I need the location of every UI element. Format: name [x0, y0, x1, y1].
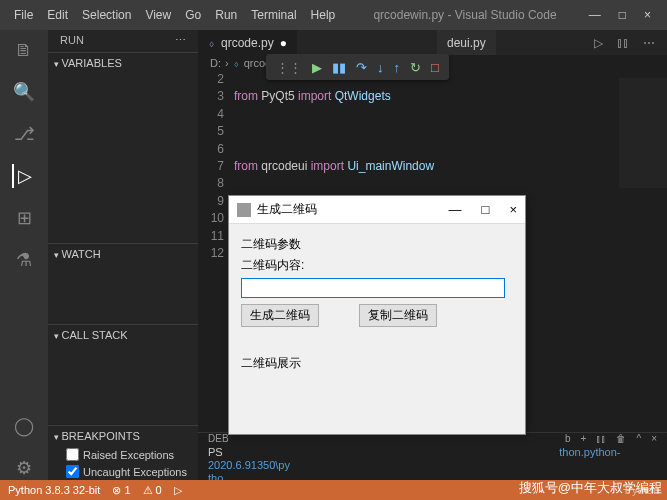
qrcode-content-input[interactable] — [241, 278, 505, 298]
section-breakpoints[interactable]: BREAKPOINTS — [48, 425, 198, 446]
dialog-titlebar[interactable]: 生成二维码 — □ × — [229, 196, 525, 224]
extensions-icon[interactable]: ⊞ — [12, 206, 36, 230]
section-watch[interactable]: WATCH — [48, 243, 198, 264]
section-callstack[interactable]: CALL STACK — [48, 324, 198, 345]
qrcode-display-label: 二维码展示 — [241, 355, 513, 372]
maximize-button[interactable]: □ — [619, 8, 626, 22]
copy-qrcode-button[interactable]: 复制二维码 — [359, 304, 437, 327]
window-title: qrcodewin.py - Visual Studio Code — [341, 8, 588, 22]
split-editor-icon[interactable]: ⫿⫿ — [617, 36, 629, 50]
menu-view[interactable]: View — [139, 4, 177, 26]
debug-toolbar: ⋮⋮ ▶ ▮▮ ↷ ↓ ↑ ↻ □ — [266, 54, 449, 80]
account-icon[interactable]: ◯ — [12, 414, 36, 438]
dialog-maximize-button[interactable]: □ — [482, 202, 490, 217]
status-run-icon[interactable]: ▷ — [174, 484, 182, 497]
debug-stepover-icon[interactable]: ↷ — [356, 60, 367, 75]
tab-deui[interactable]: deui.py — [437, 30, 496, 55]
debug-stepin-icon[interactable]: ↓ — [377, 60, 384, 75]
debug-stop-icon[interactable]: □ — [431, 60, 439, 75]
section-variables[interactable]: VARIABLES — [48, 52, 198, 73]
menu-selection[interactable]: Selection — [76, 4, 137, 26]
run-icon[interactable]: ▷ — [594, 36, 603, 50]
menubar: File Edit Selection View Go Run Terminal… — [8, 4, 341, 26]
status-python[interactable]: Python 3.8.3 32-bit — [8, 484, 100, 496]
raised-exceptions-checkbox[interactable] — [66, 448, 79, 461]
tab-qrcode[interactable]: ⬨qrcode.py● — [198, 30, 297, 55]
raised-exceptions-label: Raised Exceptions — [83, 449, 174, 461]
sidebar-title: RUN — [60, 34, 84, 48]
panel-tab-debug[interactable]: DEB — [208, 433, 229, 444]
terminal-split-icon[interactable]: ⫿⫿ — [596, 433, 606, 444]
uncaught-exceptions-checkbox[interactable] — [66, 465, 79, 478]
dialog-title: 生成二维码 — [257, 201, 317, 218]
minimize-button[interactable]: — — [589, 8, 601, 22]
explorer-icon[interactable]: 🗎 — [12, 38, 36, 62]
menu-help[interactable]: Help — [305, 4, 342, 26]
terminal-maximize-icon[interactable]: ^ — [636, 433, 641, 444]
terminal-new-icon[interactable]: + — [581, 433, 587, 444]
qrcode-params-label: 二维码参数 — [241, 236, 513, 253]
sidebar: RUN⋯ VARIABLES WATCH CALL STACK BREAKPOI… — [48, 30, 198, 480]
debug-stepout-icon[interactable]: ↑ — [394, 60, 401, 75]
menu-terminal[interactable]: Terminal — [245, 4, 302, 26]
status-warnings[interactable]: ⚠ 0 — [143, 484, 162, 497]
qrcode-content-label: 二维码内容: — [241, 257, 513, 274]
watermark: 搜狐号@中年大叔学编程 — [519, 479, 662, 497]
close-button[interactable]: × — [644, 8, 651, 22]
dialog-minimize-button[interactable]: — — [449, 202, 462, 217]
editor-more-icon[interactable]: ⋯ — [643, 36, 655, 50]
terminal-trash-icon[interactable]: 🗑 — [616, 433, 626, 444]
editor-tabbar: ⬨qrcode.py● deui.py ▷ ⫿⫿ ⋯ — [198, 30, 667, 55]
sidebar-more-icon[interactable]: ⋯ — [175, 34, 186, 48]
dialog-close-button[interactable]: × — [509, 202, 517, 217]
titlebar: File Edit Selection View Go Run Terminal… — [0, 0, 667, 30]
menu-go[interactable]: Go — [179, 4, 207, 26]
debug-continue-icon[interactable]: ▶ — [312, 60, 322, 75]
terminal-panel: DEB b + ⫿⫿ 🗑 ^ × PS thon.python-2020.6.9… — [198, 432, 667, 480]
terminal-shell-icon[interactable]: b — [565, 433, 571, 444]
menu-edit[interactable]: Edit — [41, 4, 74, 26]
settings-icon[interactable]: ⚙ — [12, 456, 36, 480]
activity-bar: 🗎 🔍 ⎇ ▷ ⊞ ⚗ ◯ ⚙ — [0, 30, 48, 480]
debug-pause-icon[interactable]: ▮▮ — [332, 60, 346, 75]
source-control-icon[interactable]: ⎇ — [12, 122, 36, 146]
menu-file[interactable]: File — [8, 4, 39, 26]
menu-run[interactable]: Run — [209, 4, 243, 26]
minimap[interactable] — [619, 78, 667, 188]
debug-restart-icon[interactable]: ↻ — [410, 60, 421, 75]
debug-icon[interactable]: ▷ — [12, 164, 36, 188]
dialog-app-icon — [237, 203, 251, 217]
test-icon[interactable]: ⚗ — [12, 248, 36, 272]
generate-qrcode-button[interactable]: 生成二维码 — [241, 304, 319, 327]
search-icon[interactable]: 🔍 — [12, 80, 36, 104]
qrcode-dialog: 生成二维码 — □ × 二维码参数 二维码内容: 生成二维码 复制二维码 二维码… — [228, 195, 526, 435]
terminal-close-icon[interactable]: × — [651, 433, 657, 444]
debug-grip-icon[interactable]: ⋮⋮ — [276, 60, 302, 75]
status-errors[interactable]: ⊗ 1 — [112, 484, 130, 497]
window-controls: — □ × — [589, 8, 659, 22]
uncaught-exceptions-label: Uncaught Exceptions — [83, 466, 187, 478]
